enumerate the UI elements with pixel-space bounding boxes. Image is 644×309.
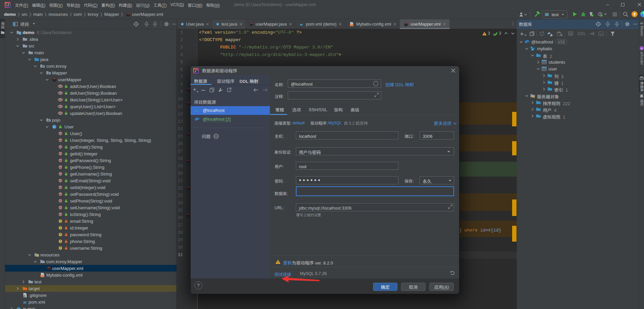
svg-text:QL: QL xyxy=(599,33,603,35)
svg-text:ai: ai xyxy=(641,48,643,50)
svg-text:m: m xyxy=(640,21,643,25)
